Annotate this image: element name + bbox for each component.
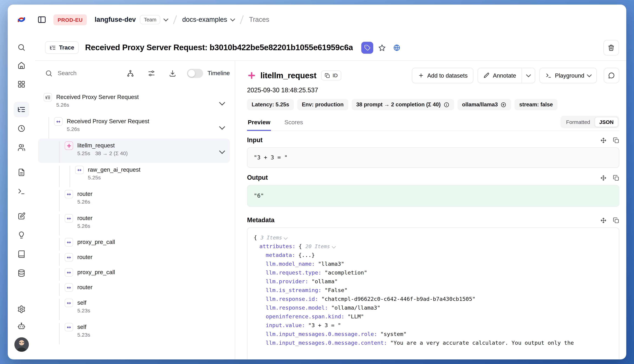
breadcrumb-traces-link[interactable]: Traces <box>249 16 269 24</box>
format-toggle: Formatted JSON <box>561 116 619 128</box>
chevron-down-icon <box>163 16 168 21</box>
download-button[interactable] <box>169 70 177 77</box>
trace-tree-chip <box>44 93 52 102</box>
annotate-button[interactable]: Annotate <box>478 68 521 83</box>
org-switcher[interactable]: langfuse-dev Team <box>87 15 168 24</box>
copy-button[interactable] <box>613 175 619 181</box>
trace-header: Trace Received Proxy Server Request: b30… <box>35 35 626 61</box>
span-chip: ↔ <box>65 283 73 292</box>
span-label: self <box>77 323 90 331</box>
span-label: proxy_pre_call <box>77 268 115 276</box>
tree-row-span[interactable]: ↔ router5.26s <box>38 211 230 236</box>
expand-button[interactable] <box>600 137 606 144</box>
file-text-icon <box>17 168 26 176</box>
rail-tracing-button[interactable] <box>13 100 30 119</box>
observation-timestamp: 2025-09-30 18:48:25.537 <box>247 87 619 94</box>
expand-button[interactable] <box>600 175 606 181</box>
json-collapse-toggle[interactable]: 3 Items <box>261 235 287 240</box>
tree-row-span[interactable]: ↔ self5.23s <box>38 296 230 320</box>
json-line: llm.provider:"ollama" <box>254 277 612 286</box>
tree-guide <box>44 214 54 236</box>
tree-row-span[interactable]: ↔ router <box>38 250 230 266</box>
tree-row-litellm-request[interactable]: litellm_request5.25s38 → 2 (Σ 40) <box>38 139 230 163</box>
rail-users-button[interactable] <box>13 138 30 157</box>
tags-button[interactable] <box>361 42 373 54</box>
expand-button[interactable] <box>600 217 606 224</box>
tree-row-span[interactable]: ↔ Received Proxy Server Request5.26s <box>38 114 230 139</box>
user-avatar[interactable] <box>14 337 29 352</box>
env-badge: Env: production <box>297 99 348 110</box>
rail-home-button[interactable] <box>13 56 30 75</box>
chevron-down-icon[interactable] <box>219 148 225 154</box>
timeline-toggle[interactable] <box>187 69 203 78</box>
tree-row-span[interactable]: ↔ proxy_pre_call <box>38 266 230 281</box>
bookmark-star-button[interactable] <box>376 42 388 54</box>
playground-label: Playground <box>555 72 584 79</box>
tab-scores[interactable]: Scores <box>284 115 304 131</box>
tree-guide <box>44 117 54 139</box>
format-formatted-button[interactable]: Formatted <box>562 117 595 127</box>
info-icon[interactable] <box>444 102 450 108</box>
json-line: attributes:{20 Items <box>254 242 612 251</box>
move-expand-icon <box>600 175 606 181</box>
toggle-knob <box>188 70 195 77</box>
tree-guide <box>44 142 54 163</box>
rail-prompts-button[interactable] <box>13 163 30 182</box>
tree-row-span[interactable]: ↔ self5.23s <box>38 320 230 344</box>
tree-row-span[interactable]: ↔ router <box>38 281 230 296</box>
sidebar-toggle-button[interactable] <box>35 13 49 26</box>
rail-dashboards-button[interactable] <box>13 75 30 94</box>
tree-row-span[interactable]: ↔ router5.26s <box>38 187 230 211</box>
project-switcher[interactable]: docs-examples <box>182 16 235 24</box>
search-placeholder: Search <box>58 70 77 77</box>
pen-square-icon <box>17 212 26 220</box>
json-line: input.value:"3 + 3 = " <box>254 321 612 330</box>
tree-row-span[interactable]: ↔ proxy_pre_call <box>38 236 230 250</box>
add-to-datasets-button[interactable]: Add to datasets <box>412 68 474 83</box>
lightbulb-icon <box>17 231 26 240</box>
format-json-button[interactable]: JSON <box>595 117 618 127</box>
search-icon <box>45 70 53 77</box>
rail-insights-button[interactable] <box>13 226 30 245</box>
tree-row-span[interactable]: ↔ raw_gen_ai_request5.25s <box>38 163 230 187</box>
rail-annotation-button[interactable] <box>13 245 30 264</box>
tree-row-trace-root[interactable]: Received Proxy Server Request5.26s <box>38 90 230 114</box>
tree-guide <box>54 166 65 187</box>
rail-settings-button[interactable] <box>13 301 30 318</box>
json-collapse-toggle[interactable]: 20 Items <box>305 244 335 249</box>
span-label: proxy_pre_call <box>77 238 115 246</box>
rail-evaluation-button[interactable] <box>13 207 30 226</box>
langfuse-window: PROD-EU langfuse-dev Team docs-examples … <box>8 4 626 360</box>
tree-guide <box>44 238 54 250</box>
chevron-down-icon[interactable] <box>219 99 225 105</box>
rail-playground-button[interactable] <box>13 182 30 201</box>
copy-id-button[interactable]: ID <box>321 70 341 80</box>
chevron-down-icon <box>230 16 235 21</box>
tree-guide <box>65 166 75 187</box>
public-share-button[interactable] <box>391 42 403 54</box>
collapse-tree-button[interactable] <box>127 70 134 77</box>
id-chip-label: ID <box>333 73 338 78</box>
copy-button[interactable] <box>613 217 619 224</box>
rail-datasets-button[interactable] <box>13 264 30 282</box>
copy-button[interactable] <box>613 137 619 144</box>
observation-tabs: Preview Scores Formatted JSON <box>247 115 619 131</box>
panel-left-icon <box>37 15 46 24</box>
langfuse-logo[interactable] <box>16 14 27 25</box>
span-arrows-icon: ↔ <box>56 119 60 124</box>
tree-search-input[interactable]: Search <box>45 70 113 77</box>
plus-circle-icon[interactable] <box>501 102 507 108</box>
playground-button[interactable]: Playground <box>539 68 597 83</box>
copy-icon <box>613 137 619 144</box>
span-label: router <box>77 214 92 222</box>
rail-search-button[interactable] <box>13 39 30 56</box>
tab-preview[interactable]: Preview <box>247 115 271 131</box>
chevron-down-icon[interactable] <box>219 124 225 130</box>
annotate-dropdown-button[interactable] <box>522 68 535 83</box>
comments-button[interactable] <box>604 68 619 83</box>
delete-trace-button[interactable] <box>603 40 619 55</box>
rail-support-button[interactable] <box>13 318 30 334</box>
view-options-button[interactable] <box>148 70 155 77</box>
rail-sessions-button[interactable] <box>13 119 30 138</box>
trace-tree-icon <box>45 94 50 100</box>
